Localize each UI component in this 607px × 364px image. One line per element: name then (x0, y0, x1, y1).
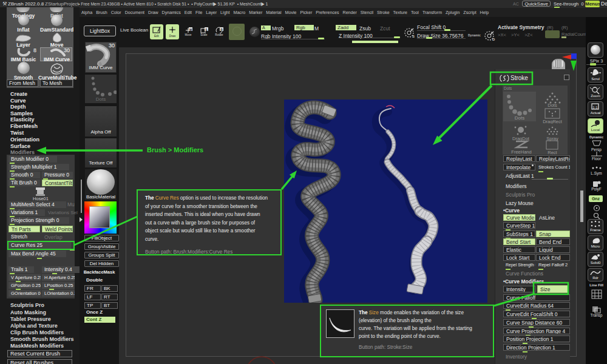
svg-text:Scale: Scale (200, 33, 208, 36)
svg-text:Draw: Draw (169, 35, 176, 38)
svg-text:Rect: Rect (548, 150, 557, 155)
svg-text:FreeHand: FreeHand (511, 149, 531, 155)
svg-text:S: S (412, 35, 415, 38)
svg-text:Dots: Dots (548, 103, 557, 107)
svg-text:R: R (220, 28, 223, 32)
svg-text:Edit: Edit (154, 35, 160, 38)
svg-text:M: M (189, 28, 192, 32)
svg-text:D: D (492, 38, 495, 41)
svg-text:DragRect: DragRect (543, 119, 563, 124)
svg-text:1:1: 1:1 (592, 106, 598, 109)
svg-text:Move: Move (185, 33, 192, 36)
svg-text:Dots: Dots (515, 115, 524, 121)
svg-text:Rotate: Rotate (215, 33, 223, 36)
